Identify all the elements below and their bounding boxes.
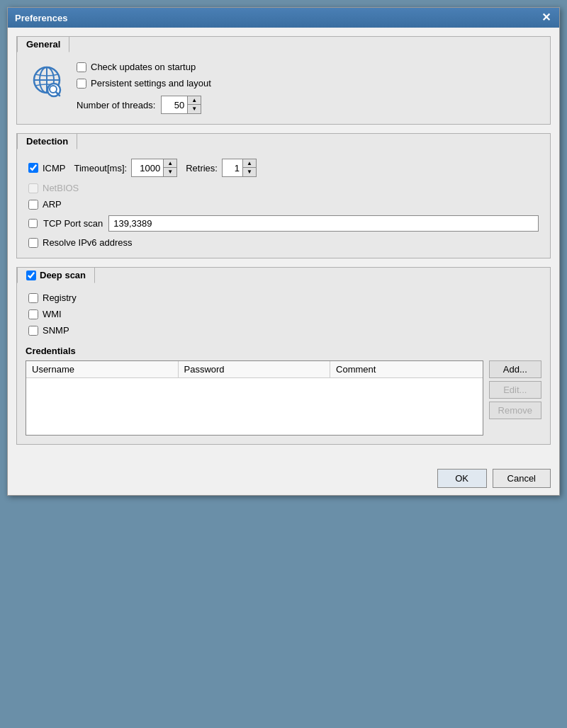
icmp-row: ICMP Timeout[ms]: 1000 ▲ ▼ Ret — [28, 159, 539, 177]
registry-label: Registry — [43, 292, 77, 303]
timeout-spinner: 1000 ▲ ▼ — [131, 159, 177, 177]
retries-group: Retries: 1 ▲ ▼ — [186, 159, 257, 177]
deep-scan-tab-checkbox[interactable] — [26, 271, 36, 280]
retries-input[interactable]: 1 — [223, 161, 242, 175]
timeout-decrement-button[interactable]: ▼ — [164, 168, 176, 176]
tcp-port-input[interactable]: 139,3389 — [108, 215, 539, 232]
retries-decrement-button[interactable]: ▼ — [243, 168, 256, 176]
close-button[interactable]: ✕ — [540, 12, 552, 23]
deep-scan-tab-text: Deep scan — [40, 270, 86, 280]
wmi-row: WMI — [28, 309, 539, 319]
deep-scan-tab: Deep scan — [17, 267, 95, 283]
tcp-port-label: TCP Port scan — [43, 218, 103, 229]
wmi-checkbox[interactable] — [28, 309, 38, 319]
threads-label: Number of threads: — [77, 100, 155, 110]
wmi-label: WMI — [43, 309, 62, 319]
deep-scan-section: Deep scan Registry WMI SNMP Cr — [16, 267, 551, 445]
dialog-body: General — [8, 28, 559, 462]
check-updates-label: Check updates on startup — [91, 62, 196, 72]
general-tab: General — [17, 36, 69, 52]
retries-label: Retries: — [186, 163, 218, 174]
threads-increment-button[interactable]: ▲ — [188, 96, 201, 105]
icmp-checkbox-row: ICMP — [28, 163, 66, 174]
arp-checkbox[interactable] — [28, 200, 38, 210]
title-bar: Preferences ✕ — [8, 8, 559, 28]
dialog-footer: OK Cancel — [8, 462, 559, 495]
credentials-col-comment: Comment — [330, 361, 483, 377]
general-section: General — [16, 36, 551, 125]
arp-row: ARP — [28, 199, 539, 210]
timeout-input[interactable]: 1000 — [132, 161, 163, 175]
retries-spinner-buttons: ▲ ▼ — [242, 159, 256, 176]
credentials-buttons: Add... Edit... Remove — [489, 360, 541, 436]
credentials-area: Username Password Comment Add... — [26, 360, 541, 436]
add-button[interactable]: Add... — [489, 360, 541, 378]
edit-button[interactable]: Edit... — [489, 381, 541, 399]
credentials-col-password: Password — [179, 361, 331, 377]
detection-tab: Detection — [17, 133, 77, 149]
detection-section-content: ICMP Timeout[ms]: 1000 ▲ ▼ Ret — [17, 150, 550, 258]
retries-increment-button[interactable]: ▲ — [243, 159, 256, 168]
retries-spinner: 1 ▲ ▼ — [222, 159, 257, 177]
credentials-title: Credentials — [26, 346, 541, 356]
globe-icon — [28, 64, 65, 101]
general-options: Check updates on startup Persistent sett… — [77, 62, 539, 114]
deep-scan-section-content: Registry WMI SNMP — [17, 284, 550, 346]
threads-input[interactable]: 50 — [162, 98, 187, 112]
netbios-checkbox[interactable] — [28, 183, 38, 193]
credentials-body — [26, 378, 483, 435]
registry-checkbox[interactable] — [28, 293, 38, 303]
arp-label: ARP — [43, 199, 62, 210]
snmp-checkbox[interactable] — [28, 326, 38, 336]
threads-spinner: 50 ▲ ▼ — [161, 96, 201, 114]
resolve-ipv6-row: Resolve IPv6 address — [28, 237, 539, 248]
netbios-label: NetBIOS — [43, 183, 79, 193]
credentials-header: Username Password Comment — [26, 361, 483, 378]
detection-section: Detection ICMP Timeout[ms]: 1000 — [16, 133, 551, 258]
threads-spinner-buttons: ▲ ▼ — [187, 96, 201, 113]
dialog-title: Preferences — [15, 13, 67, 23]
general-content-row: Check updates on startup Persistent sett… — [28, 62, 539, 114]
cancel-button[interactable]: Cancel — [493, 469, 551, 488]
resolve-ipv6-label: Resolve IPv6 address — [43, 237, 132, 248]
netbios-row: NetBIOS — [28, 183, 539, 193]
timeout-increment-button[interactable]: ▲ — [164, 159, 176, 168]
remove-button[interactable]: Remove — [489, 402, 541, 419]
snmp-label: SNMP — [43, 325, 69, 336]
timeout-group: Timeout[ms]: 1000 ▲ ▼ — [74, 159, 178, 177]
credentials-section: Credentials Username Password Comment — [17, 346, 550, 444]
icmp-label: ICMP — [43, 163, 66, 174]
persistent-settings-label: Persistent settings and layout — [91, 78, 211, 89]
check-updates-row: Check updates on startup — [77, 62, 539, 72]
threads-row: Number of threads: 50 ▲ ▼ — [77, 96, 539, 114]
threads-decrement-button[interactable]: ▼ — [188, 105, 201, 113]
detection-tab-label: Detection — [17, 133, 77, 149]
timeout-label: Timeout[ms]: — [74, 163, 128, 174]
tcp-port-checkbox[interactable] — [28, 219, 38, 228]
icmp-checkbox[interactable] — [28, 163, 38, 173]
deep-scan-tab-label: Deep scan — [17, 267, 95, 283]
persistent-settings-row: Persistent settings and layout — [77, 78, 539, 89]
persistent-settings-checkbox[interactable] — [77, 79, 86, 89]
general-tab-label: General — [17, 36, 69, 52]
tcp-port-row: TCP Port scan 139,3389 — [28, 215, 539, 232]
timeout-spinner-buttons: ▲ ▼ — [163, 159, 176, 176]
snmp-row: SNMP — [28, 325, 539, 336]
check-updates-checkbox[interactable] — [77, 62, 86, 72]
ok-button[interactable]: OK — [437, 469, 487, 488]
general-section-content: Check updates on startup Persistent sett… — [17, 53, 550, 124]
preferences-dialog: Preferences ✕ General — [7, 7, 560, 496]
registry-row: Registry — [28, 292, 539, 303]
resolve-ipv6-checkbox[interactable] — [28, 238, 38, 248]
credentials-col-username: Username — [26, 361, 179, 377]
credentials-table: Username Password Comment — [26, 360, 483, 436]
